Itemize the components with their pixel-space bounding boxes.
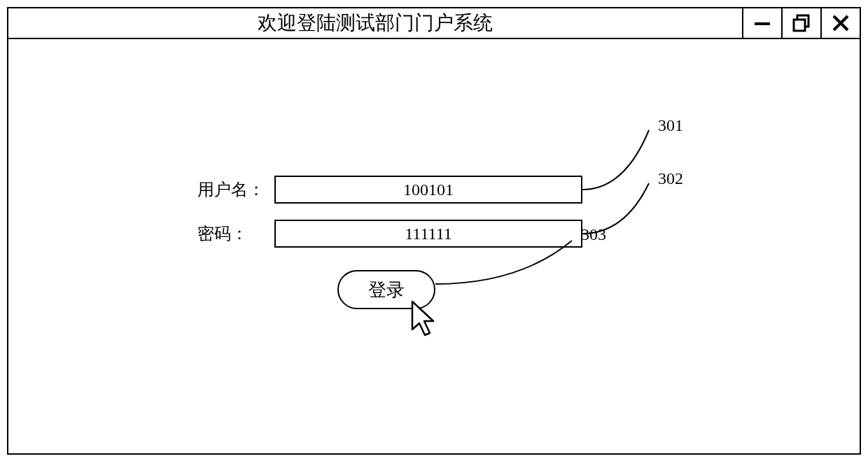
password-row: 密码： <box>197 220 582 248</box>
maximize-icon <box>791 13 812 34</box>
minimize-button[interactable] <box>742 8 781 38</box>
password-input[interactable] <box>274 220 582 248</box>
username-row: 用户名： <box>197 176 582 204</box>
callout-password-label: 302 <box>658 169 683 188</box>
window-title: 欢迎登陆测试部门门户系统 <box>8 8 742 38</box>
client-area: 用户名： 密码： 登录 301 302 303 <box>8 39 860 453</box>
login-button-label: 登录 <box>368 278 405 302</box>
callout-line-301 <box>582 123 666 193</box>
close-icon <box>830 13 851 34</box>
maximize-button[interactable] <box>781 8 820 38</box>
login-button[interactable]: 登录 <box>337 270 435 309</box>
minimize-icon <box>752 13 773 34</box>
callout-login-label: 303 <box>581 225 606 244</box>
close-button[interactable] <box>820 8 860 38</box>
app-window: 欢迎登陆测试部门门户系统 用户名： <box>7 7 861 455</box>
svg-rect-2 <box>794 20 805 31</box>
window-controls <box>742 8 860 38</box>
titlebar: 欢迎登陆测试部门门户系统 <box>8 8 860 39</box>
password-label: 密码： <box>197 222 274 245</box>
username-input[interactable] <box>274 176 582 204</box>
callout-username-label: 301 <box>658 116 683 135</box>
username-label: 用户名： <box>197 178 274 201</box>
